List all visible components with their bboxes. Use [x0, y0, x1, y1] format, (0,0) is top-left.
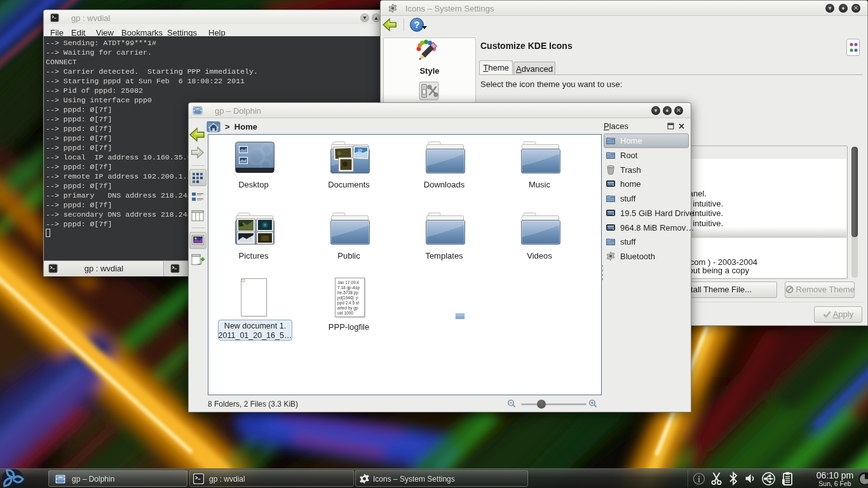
svg-text:i: i — [698, 475, 700, 484]
